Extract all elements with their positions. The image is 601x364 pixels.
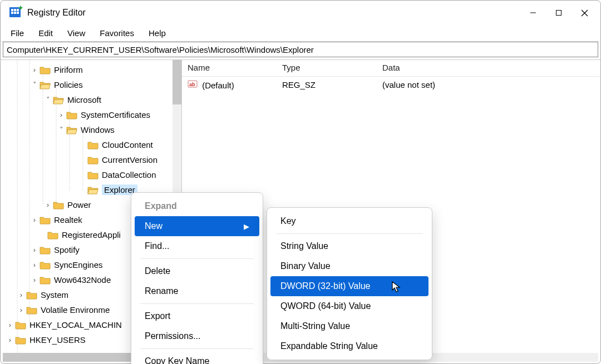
tree-item-datacollection[interactable]: ·DataCollection — [4, 167, 181, 182]
tree-label: SystemCertificates — [81, 110, 150, 119]
ctx-new-binary[interactable]: Binary Value — [270, 256, 428, 276]
collapse-toggle[interactable]: ˅ — [44, 96, 52, 104]
tree-label: Wow6432Node — [54, 275, 111, 285]
ctx-new[interactable]: New▶ — [135, 216, 259, 236]
maximize-button[interactable] — [546, 4, 572, 22]
ctx-new-qword[interactable]: QWORD (64-bit) Value — [270, 296, 428, 316]
value-data: (value not set) — [377, 80, 600, 89]
scrollbar-thumb[interactable] — [173, 60, 181, 104]
ctx-new-string[interactable]: String Value — [270, 236, 428, 256]
ctx-new-multistring[interactable]: Multi-String Value — [270, 316, 428, 336]
title-bar: Registry Editor — [1, 1, 600, 25]
minimize-button[interactable] — [520, 4, 546, 22]
menu-favorites[interactable]: Favorites — [98, 27, 135, 39]
folder-icon — [40, 216, 51, 225]
svg-rect-3 — [17, 9, 19, 11]
ctx-expand: Expand — [135, 196, 259, 216]
collapse-toggle[interactable]: ˅ — [57, 126, 65, 134]
svg-rect-1 — [11, 9, 13, 11]
context-submenu-new: Key String Value Binary Value DWORD (32-… — [267, 207, 432, 360]
tree-item-piriform[interactable]: ›Piriform — [4, 62, 181, 77]
svg-rect-4 — [11, 12, 13, 14]
tree-label: CloudContent — [102, 140, 153, 149]
collapse-toggle[interactable]: ˅ — [31, 81, 38, 89]
folder-icon — [26, 306, 37, 315]
tree-item-currentversion[interactable]: ·CurrentVersion — [4, 152, 181, 167]
tree-label: CurrentVersion — [102, 155, 157, 164]
window: Registry Editor File Edit View Favorites… — [0, 0, 601, 364]
expand-toggle[interactable]: › — [31, 66, 38, 74]
expand-toggle[interactable]: › — [31, 276, 38, 284]
tree-item-policies[interactable]: ˅Policies — [4, 77, 181, 92]
address-bar[interactable]: Computer\HKEY_CURRENT_USER\Software\Poli… — [3, 42, 598, 57]
col-type[interactable]: Type — [277, 60, 377, 76]
ctx-find[interactable]: Find... — [135, 236, 259, 256]
folder-icon — [53, 201, 64, 210]
tree-label: DataCollection — [102, 170, 156, 179]
tree-label: Policies — [54, 80, 83, 89]
tree-label: Windows — [81, 125, 115, 134]
ctx-permissions[interactable]: Permissions... — [135, 326, 259, 346]
expand-toggle[interactable]: › — [6, 321, 14, 329]
ctx-new-key[interactable]: Key — [270, 211, 428, 231]
folder-open-icon — [53, 96, 64, 104]
menu-help[interactable]: Help — [147, 27, 167, 39]
window-title: Registry Editor — [27, 8, 86, 18]
value-row-default[interactable]: ab (Default) REG_SZ (value not set) — [182, 77, 600, 92]
folder-icon — [87, 156, 98, 164]
expand-toggle[interactable]: › — [31, 261, 38, 269]
menu-view[interactable]: View — [66, 27, 86, 39]
svg-rect-9 — [556, 11, 561, 16]
ctx-delete[interactable]: Delete — [135, 261, 259, 281]
ctx-new-dword[interactable]: DWORD (32-bit) Value — [270, 276, 428, 296]
folder-icon — [15, 321, 26, 330]
ctx-new-expandstring[interactable]: Expandable String Value — [270, 336, 428, 356]
svg-rect-6 — [17, 12, 19, 14]
folder-icon — [40, 276, 51, 285]
folder-icon — [40, 261, 51, 270]
close-button[interactable] — [572, 4, 597, 22]
svg-rect-5 — [14, 12, 16, 14]
app-icon — [8, 6, 23, 20]
col-data[interactable]: Data — [377, 60, 600, 76]
value-type: REG_SZ — [277, 80, 377, 89]
expand-toggle[interactable]: › — [44, 201, 52, 209]
folder-icon — [66, 111, 77, 119]
folder-icon — [40, 246, 51, 255]
tree-label: Volatile Environme — [41, 305, 110, 315]
tree-label: SyncEngines — [54, 260, 103, 270]
expand-toggle[interactable]: › — [31, 216, 38, 224]
ctx-export[interactable]: Export — [135, 306, 259, 326]
expand-toggle[interactable]: › — [31, 246, 38, 254]
folder-icon — [26, 291, 37, 300]
tree-item-systemcertificates[interactable]: ›SystemCertificates — [4, 107, 181, 122]
expand-toggle[interactable]: › — [17, 306, 25, 314]
menu-file[interactable]: File — [9, 27, 25, 39]
column-headers: Name Type Data — [182, 60, 600, 77]
expand-toggle[interactable]: › — [6, 336, 14, 344]
tree-item-cloudcontent[interactable]: ·CloudContent — [4, 137, 181, 152]
tree-label: Realtek — [54, 215, 82, 225]
col-name[interactable]: Name — [182, 60, 277, 76]
ctx-copy-key-name[interactable]: Copy Key Name — [135, 351, 259, 364]
folder-open-icon — [66, 126, 77, 134]
tree-label: System — [41, 290, 68, 300]
context-menu-key: Expand New▶ Find... Delete Rename Export… — [131, 192, 263, 364]
folder-open-icon — [87, 186, 98, 195]
tree-label: RegisteredAppli — [62, 230, 121, 240]
tree-item-windows[interactable]: ˅Windows — [4, 122, 181, 137]
tree-item-microsoft[interactable]: ˅Microsoft — [4, 92, 181, 107]
folder-icon — [87, 171, 98, 179]
tree-label: Spotify — [54, 245, 80, 255]
separator — [140, 258, 254, 259]
menu-edit[interactable]: Edit — [37, 27, 54, 39]
separator — [140, 303, 254, 304]
ctx-rename[interactable]: Rename — [135, 281, 259, 301]
expand-toggle[interactable]: › — [17, 291, 25, 299]
folder-icon — [47, 231, 58, 240]
mouse-cursor-icon — [392, 281, 402, 293]
expand-toggle[interactable]: › — [57, 111, 65, 119]
separator — [140, 348, 254, 349]
folder-icon — [15, 336, 26, 345]
value-name: (Default) — [202, 81, 234, 90]
